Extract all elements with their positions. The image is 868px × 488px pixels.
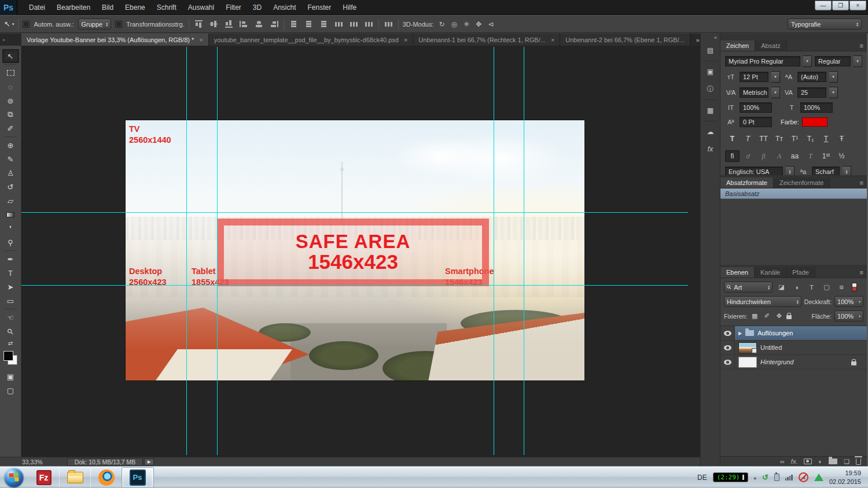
rectangle-tool[interactable]: ▭ [2,294,19,308]
lock-all-icon[interactable] [786,315,792,319]
layer-visibility-cell[interactable] [720,355,735,369]
layer-row-hintergrund[interactable]: Hintergrund [720,355,867,369]
strikethrough-button[interactable]: Ŧ [834,133,849,145]
tab-unbenannt-1[interactable]: Unbenannt-1 bei 66,7% (Rechteck 1, RGB/.… [413,34,560,46]
swap-colors-button[interactable]: ⇄ [2,338,19,347]
align-top-edges-button[interactable] [194,20,203,28]
lock-image-pixels-icon[interactable]: ✐ [762,310,771,321]
layer-filter-toggle[interactable] [852,283,857,291]
expand-group-icon[interactable]: ▶ [738,331,742,336]
kerning-field[interactable]: Metrisch [740,87,768,98]
restore-button[interactable]: ❐ [832,1,849,10]
menu-ebene[interactable]: Ebene [119,0,151,14]
battery-timer-widget[interactable]: (2:29) [713,472,748,482]
distribute-horizontal-centers-button[interactable] [350,20,358,28]
all-caps-button[interactable]: TT [756,133,771,145]
filter-adjustment-layers-icon[interactable]: ◑ [790,282,803,293]
filter-type-layers-icon[interactable]: T [806,282,818,293]
layer-filter-kind-dropdown[interactable]: ⚲ Art ▴▾ [724,282,773,293]
tab-unbenannt-2[interactable]: Unbenannt-2 bei 66,7% (Ebene 1, RGB/... [560,34,690,46]
vertical-guide[interactable] [494,47,494,455]
properties-panel-icon[interactable]: ▤ [701,43,720,58]
paragraph-style-item[interactable]: Basisabsatz [720,188,867,199]
add-adjustment-layer-icon[interactable]: ◐ [818,458,822,465]
taskbar-firefox-button[interactable] [91,468,122,487]
tab-vorlage-youtube-banner[interactable]: Vorlage Youtube-Banner bei 33,3% (Auflös… [21,34,209,46]
show-hidden-icons-button[interactable]: ▴ [754,475,757,480]
move-tool[interactable]: ↖ [2,49,19,63]
clone-stamp-tool[interactable]: ♙ [2,166,19,180]
subscript-button[interactable]: T₁ [803,133,818,145]
tab-youtube-banner-template[interactable]: youtube_banner_template__psd_file__by_by… [209,34,414,46]
auto-select-checkbox[interactable] [23,21,30,28]
type-tool[interactable]: T [2,266,19,280]
ordinals-button[interactable]: 1ˢᵗ [819,150,833,162]
zoom-tool[interactable]: ⚲ [2,324,19,338]
eyedropper-tool[interactable]: ✐ [2,121,19,135]
text-color-swatch[interactable] [802,117,827,127]
horizontal-guide[interactable] [21,285,688,286]
menu-fenster[interactable]: Fenster [302,0,337,14]
lasso-tool[interactable]: ◌ [2,80,19,94]
align-bottom-edges-button[interactable] [225,20,233,28]
3d-camera-icon[interactable]: ⊲ [487,20,495,28]
titling-alternates-button[interactable]: T [803,150,818,162]
close-tab-icon[interactable]: × [551,36,554,43]
canvas-area[interactable]: TV 2560x1440 Desktop 2560x423 Tablet 185… [21,46,700,457]
horizontal-scale-field[interactable]: 100% [800,102,833,113]
kerning-dropdown-button[interactable]: ▾ [771,87,780,98]
blend-mode-dropdown[interactable]: Hindurchwirken ▴▾ [724,296,801,307]
horizontal-guide[interactable] [21,212,688,213]
minimize-button[interactable]: — [815,1,832,10]
tab-absatz[interactable]: Absatz [755,40,787,51]
google-drive-tray-icon[interactable] [814,474,823,481]
history-brush-tool[interactable]: ↺ [2,180,19,194]
panel-menu-icon[interactable]: ≡ [860,267,867,278]
vertical-guide[interactable] [217,47,218,455]
small-caps-button[interactable]: Tᴛ [772,133,786,145]
opacity-dropdown[interactable]: 100% ▾ [834,296,863,307]
menu-bild[interactable]: Bild [96,0,119,14]
menu-filter[interactable]: Filter [220,0,247,14]
tracking-dropdown-button[interactable]: ▾ [829,87,838,98]
crop-tool[interactable]: ⧉ [2,108,19,121]
close-tab-icon[interactable]: × [199,36,203,43]
font-style-field[interactable]: Regular [815,56,851,66]
tab-pfade[interactable]: Pfade [786,267,815,278]
info-panel-icon[interactable]: ⓘ [701,82,720,97]
faux-italic-button[interactable]: T [741,133,755,145]
font-family-dropdown-button[interactable]: ▾ [803,56,812,67]
layer-row-aufloesungen[interactable]: ▶ Auflösungen [720,326,867,341]
link-layers-icon[interactable]: ∞ [780,458,785,465]
panel-menu-icon[interactable]: ≡ [860,178,867,188]
start-button[interactable] [4,468,24,487]
device-preview-panel-icon[interactable]: ▣ [701,64,720,79]
layer-visibility-cell[interactable] [720,341,735,354]
lock-transparent-pixels-icon[interactable]: ▦ [750,310,759,321]
close-tab-icon[interactable]: × [404,36,407,43]
distribute-spacing-button[interactable] [384,20,393,28]
menu-datei[interactable]: Datei [23,0,51,14]
panel-menu-icon[interactable]: ≡ [860,40,867,51]
styles-panel-icon[interactable]: fx [701,142,720,157]
vertical-guide[interactable] [524,47,524,455]
lock-position-icon[interactable]: ✥ [774,310,784,321]
filter-pixel-layers-icon[interactable]: ◪ [775,282,788,293]
font-size-dropdown-button[interactable]: ▾ [771,71,780,83]
spot-healing-brush-tool[interactable]: ⊕ [2,138,19,152]
new-group-icon[interactable] [829,459,837,464]
eraser-tool[interactable]: ▱ [2,194,19,208]
quick-selection-tool[interactable]: ⊚ [2,94,19,108]
menu-hilfe[interactable]: Hilfe [337,0,362,14]
auto-select-dropdown[interactable]: Gruppe ▴▾ [78,19,112,29]
tab-absatzformate[interactable]: Absatzformate [720,178,774,188]
close-button[interactable]: × [849,1,866,10]
menu-auswahl[interactable]: Auswahl [182,0,220,14]
distribute-bottom-edges-button[interactable] [319,20,328,28]
layer-thumbnail[interactable] [738,342,757,353]
3d-roll-icon[interactable]: ◎ [450,20,458,28]
path-selection-tool[interactable]: ➤ [2,280,19,294]
color-table-panel-icon[interactable]: ▦ [701,103,720,118]
expand-panels-button[interactable]: « [714,34,720,42]
distribute-left-edges-button[interactable] [334,20,343,28]
